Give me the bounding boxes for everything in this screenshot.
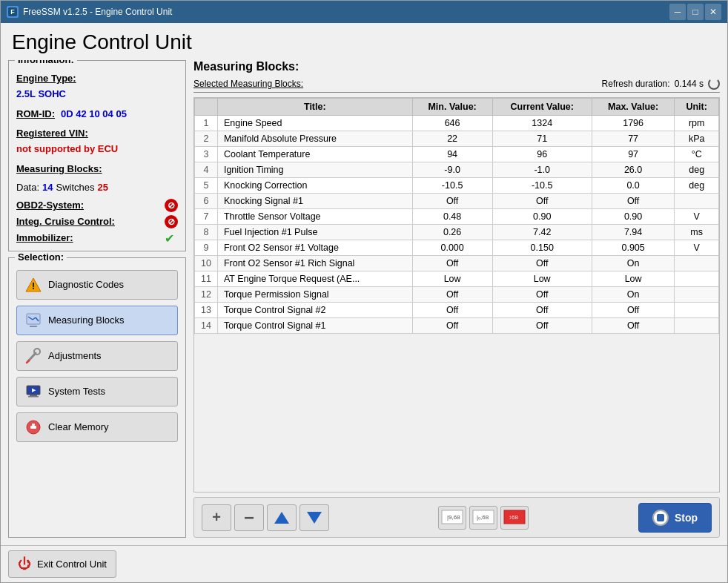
row-title: Torque Permission Signal (217, 287, 412, 303)
row-number: 1 (195, 116, 218, 131)
row-max: 7.94 (592, 225, 675, 240)
mb-title: Measuring Blocks: (193, 60, 299, 73)
system-tests-label: System Tests (48, 386, 105, 397)
toolbar-right: Stop (638, 503, 712, 533)
bottom-toolbar: + − |9,68 (193, 497, 720, 538)
main-content: Information: Engine Type: 2.5L SOHC ROM-… (1, 60, 727, 545)
row-min: 0.000 (412, 240, 492, 256)
row-title: Torque Control Signal #1 (217, 318, 412, 334)
power-icon: ⏻ (18, 556, 31, 572)
close-button[interactable]: ✕ (705, 4, 721, 20)
erase-icon (24, 418, 42, 436)
measuring-blocks-button[interactable]: Measuring Blocks (16, 306, 178, 335)
col-current: Current Value: (492, 99, 592, 116)
exit-button[interactable]: ⏻ Exit Control Unit (8, 550, 116, 578)
row-min: Off (412, 256, 492, 271)
row-title: Torque Control Signal #2 (217, 303, 412, 318)
diagnostic-button[interactable]: ! Diagnostic Codes (16, 270, 178, 300)
row-current: Low (492, 271, 592, 287)
row-title: Ignition Timing (217, 162, 412, 178)
vin-row: Registered VIN: not supported by ECU (16, 126, 178, 157)
table-row: 13 Torque Control Signal #2 Off Off Off (195, 303, 719, 318)
row-number: 6 (195, 194, 218, 209)
stop-square (657, 514, 664, 521)
graph-button-1[interactable]: |9,68 (438, 506, 466, 530)
row-number: 5 (195, 178, 218, 194)
rom-id-value: 0D 42 10 04 05 (61, 107, 127, 122)
svg-line-11 (27, 360, 29, 363)
row-number: 2 (195, 131, 218, 147)
graph-button-2[interactable]: |₀,68 (469, 506, 497, 530)
main-window: F FreeSSM v1.2.5 - Engine Control Unit ─… (0, 0, 728, 583)
information-title: Information: (15, 60, 77, 65)
row-max: 0.0 (592, 178, 675, 194)
graph-button-3[interactable]: ↕68 (500, 506, 529, 530)
row-title: Knocking Correction (217, 178, 412, 194)
refresh-area: Refresh duration: 0.144 s (602, 78, 720, 90)
engine-type-label: Engine Type: (16, 73, 76, 84)
app-icon: F (7, 6, 19, 18)
data-table-wrapper[interactable]: Title: Min. Value: Current Value: Max. V… (193, 97, 720, 493)
row-unit (675, 194, 719, 209)
immobilizer-status-icon: ✔ (165, 231, 178, 245)
down-arrow-icon (307, 512, 322, 524)
vin-value: not supported by ECU (16, 143, 118, 154)
add-block-button[interactable]: + (202, 504, 231, 531)
title-bar: F FreeSSM v1.2.5 - Engine Control Unit ─… (1, 1, 727, 23)
adjustments-button[interactable]: Adjustments (16, 341, 178, 371)
row-title: Engine Speed (217, 116, 412, 131)
clear-memory-button[interactable]: Clear Memory (16, 412, 178, 442)
switches-value: 25 (98, 180, 108, 196)
rom-id-row: ROM-ID: 0D 42 10 04 05 (16, 107, 178, 122)
stop-button[interactable]: Stop (638, 503, 712, 533)
row-min: Off (412, 303, 492, 318)
row-current: 71 (492, 131, 592, 147)
page-title: Engine Control Unit (1, 23, 727, 60)
selected-measuring-blocks-link[interactable]: Selected Measuring Blocks: (193, 79, 303, 89)
maximize-button[interactable]: □ (687, 4, 704, 20)
svg-text:F: F (10, 8, 15, 16)
mb-row: Measuring Blocks: Data: 14 Switches 25 (16, 162, 178, 196)
row-number: 11 (195, 271, 218, 287)
system-tests-button[interactable]: ▶ System Tests (16, 377, 178, 406)
scroll-down-button[interactable] (300, 504, 329, 531)
svg-rect-19 (32, 424, 35, 426)
row-unit: kPa (675, 131, 719, 147)
row-unit: V (675, 209, 719, 225)
cruise-row: Integ. Cruise Control: ⊘ (16, 215, 178, 228)
stop-label: Stop (675, 512, 698, 524)
immobilizer-label: Immobilizer: (16, 232, 73, 243)
table-row: 6 Knocking Signal #1 Off Off Off (195, 194, 719, 209)
table-row: 10 Front O2 Sensor #1 Rich Signal Off Of… (195, 256, 719, 271)
row-current: 96 (492, 147, 592, 162)
row-unit (675, 287, 719, 303)
svg-text:|₀,68: |₀,68 (477, 514, 489, 521)
row-current: 7.42 (492, 225, 592, 240)
table-row: 5 Knocking Correction -10.5 -10.5 0.0 de… (195, 178, 719, 194)
chart-icon (24, 312, 42, 329)
row-unit: deg (675, 162, 719, 178)
col-title: Title: (217, 99, 412, 116)
obd2-label: OBD2-System: (16, 200, 84, 211)
row-min: -10.5 (412, 178, 492, 194)
row-min: 94 (412, 147, 492, 162)
scroll-up-button[interactable] (267, 504, 297, 531)
refresh-value: 0.144 s (675, 79, 704, 89)
remove-block-button[interactable]: − (234, 504, 264, 531)
switches-label: Switches (56, 180, 95, 196)
row-current: Off (492, 256, 592, 271)
row-title: Front O2 Sensor #1 Voltage (217, 240, 412, 256)
cruise-label: Integ. Cruise Control: (16, 216, 115, 227)
minimize-button[interactable]: ─ (669, 4, 686, 20)
obd2-row: OBD2-System: ⊘ (16, 199, 178, 212)
row-title: Coolant Temperature (217, 147, 412, 162)
data-value: 14 (42, 180, 53, 196)
row-min: 22 (412, 131, 492, 147)
up-arrow-icon (274, 512, 289, 524)
table-row: 9 Front O2 Sensor #1 Voltage 0.000 0.150… (195, 240, 719, 256)
table-row: 8 Fuel Injection #1 Pulse 0.26 7.42 7.94… (195, 225, 719, 240)
row-min: 0.48 (412, 209, 492, 225)
selection-group: Selection: ! Diagnostic Codes (8, 257, 186, 538)
row-unit (675, 271, 719, 287)
row-number: 14 (195, 318, 218, 334)
